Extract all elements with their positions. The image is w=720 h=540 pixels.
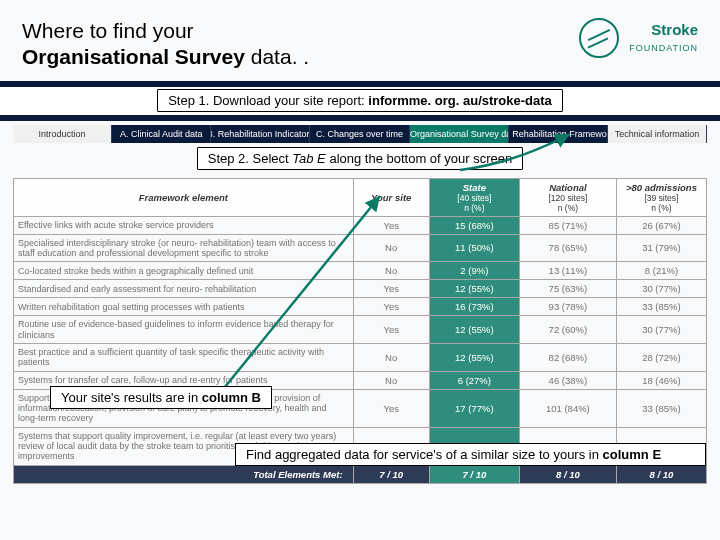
table-row: Co-located stroke beds within a geograph… [14, 262, 707, 280]
th-big: >80 admissions [39 sites] n (%) [616, 178, 706, 216]
th-element: Framework element [14, 178, 354, 216]
table-row: Best practice and a sufficient quantity … [14, 343, 707, 371]
tab-intro: Introduction [13, 125, 112, 143]
cell-your: Yes [353, 316, 429, 344]
cell-big: 30 (77%) [616, 280, 706, 298]
cell-big: 26 (67%) [616, 216, 706, 234]
th-national: National [120 sites] n (%) [519, 178, 616, 216]
divider [0, 115, 720, 121]
tf-big: 8 / 10 [616, 465, 706, 483]
cell-big: 33 (85%) [616, 298, 706, 316]
framework-table: Framework element Your site State [40 si… [13, 178, 707, 484]
stroke-foundation-logo: Stroke FOUNDATION [579, 18, 698, 58]
cell-state: 11 (50%) [429, 234, 519, 262]
slide-header: Where to find your Organisational Survey… [0, 0, 720, 81]
cell-national: 13 (11%) [519, 262, 616, 280]
cell-big: 8 (21%) [616, 262, 706, 280]
step2-prefix: Step 2. Select [208, 151, 293, 166]
cell-national: 82 (68%) [519, 343, 616, 371]
cell-state: 15 (68%) [429, 216, 519, 234]
cell-national: 85 (71%) [519, 216, 616, 234]
cell-state: 12 (55%) [429, 280, 519, 298]
table-row: Specialised interdisciplinary stroke (or… [14, 234, 707, 262]
th-state: State [40 sites] n (%) [429, 178, 519, 216]
step2-tab: Tab E [292, 151, 326, 166]
cell-element: Co-located stroke beds within a geograph… [14, 262, 354, 280]
tab-tech: Technical information [608, 125, 707, 143]
table-row: Written rehabilitation goal setting proc… [14, 298, 707, 316]
cell-your: No [353, 371, 429, 389]
table-row: Standardised and early assessment for ne… [14, 280, 707, 298]
title-rest: data. . [245, 45, 309, 68]
step1-text: Step 1. Download your site report: [168, 93, 368, 108]
cell-national: 101 (84%) [519, 389, 616, 427]
cell-element: Standardised and early assessment for ne… [14, 280, 354, 298]
cell-state: 17 (77%) [429, 389, 519, 427]
callout-e-text: Find aggregated data for service's of a … [246, 447, 603, 462]
tf-nat: 8 / 10 [519, 465, 616, 483]
cell-your: No [353, 234, 429, 262]
cell-element: Routine use of evidence-based guidelines… [14, 316, 354, 344]
globe-icon [579, 18, 619, 58]
cell-state: 6 (27%) [429, 371, 519, 389]
table-row: Effective links with acute stroke servic… [14, 216, 707, 234]
step-1-banner: Step 1. Download your site report: infor… [157, 89, 563, 112]
cell-national: 72 (60%) [519, 316, 616, 344]
cell-your: Yes [353, 389, 429, 427]
cell-your: No [353, 262, 429, 280]
cell-your: Yes [353, 298, 429, 316]
tf-label: Total Elements Met: [14, 465, 354, 483]
tab-a: A. Clinical Audit data [112, 125, 211, 143]
page-title: Where to find your Organisational Survey… [22, 18, 309, 71]
cell-state: 16 (73%) [429, 298, 519, 316]
cell-big: 28 (72%) [616, 343, 706, 371]
cell-national: 75 (63%) [519, 280, 616, 298]
tab-d: D. Organisational Survey data [410, 125, 509, 143]
cell-state: 2 (9%) [429, 262, 519, 280]
cell-big: 30 (77%) [616, 316, 706, 344]
callout-b-bold: column B [202, 390, 261, 405]
cell-big: 18 (46%) [616, 371, 706, 389]
callout-column-e: Find aggregated data for service's of a … [235, 443, 706, 466]
table-row: Routine use of evidence-based guidelines… [14, 316, 707, 344]
tab-b: B. Rehabilitation Indicators [211, 125, 310, 143]
report-tabs: Introduction A. Clinical Audit data B. R… [13, 125, 707, 143]
callout-b-text: Your site's results are in [61, 390, 202, 405]
step2-suffix: along the bottom of your screen [326, 151, 512, 166]
cell-your: Yes [353, 216, 429, 234]
cell-your: No [353, 343, 429, 371]
cell-big: 33 (85%) [616, 389, 706, 427]
cell-element: Specialised interdisciplinary stroke (or… [14, 234, 354, 262]
tab-e: E. Rehabilitation Framework [509, 125, 608, 143]
cell-element: Written rehabilitation goal setting proc… [14, 298, 354, 316]
th-your: Your site [353, 178, 429, 216]
step-2-banner: Step 2. Select Tab E along the bottom of… [197, 147, 524, 170]
callout-column-b: Your site's results are in column B [50, 386, 272, 409]
title-bold: Organisational Survey [22, 45, 245, 68]
logo-line2: FOUNDATION [629, 43, 698, 53]
tf-state: 7 / 10 [429, 465, 519, 483]
tf-your: 7 / 10 [353, 465, 429, 483]
cell-state: 12 (55%) [429, 316, 519, 344]
cell-state: 12 (55%) [429, 343, 519, 371]
cell-element: Best practice and a sufficient quantity … [14, 343, 354, 371]
cell-national: 78 (65%) [519, 234, 616, 262]
cell-national: 93 (78%) [519, 298, 616, 316]
table-body: Effective links with acute stroke servic… [14, 216, 707, 465]
cell-your: Yes [353, 280, 429, 298]
cell-element: Effective links with acute stroke servic… [14, 216, 354, 234]
step1-url: informme. org. au/stroke-data [368, 93, 551, 108]
cell-national: 46 (38%) [519, 371, 616, 389]
callout-e-bold: column E [603, 447, 662, 462]
cell-big: 31 (79%) [616, 234, 706, 262]
logo-line1: Stroke [651, 21, 698, 38]
logo-text: Stroke FOUNDATION [629, 22, 698, 54]
tab-c: C. Changes over time [310, 125, 409, 143]
table-footer: Total Elements Met: 7 / 10 7 / 10 8 / 10… [14, 465, 707, 483]
title-line1: Where to find your [22, 19, 194, 42]
